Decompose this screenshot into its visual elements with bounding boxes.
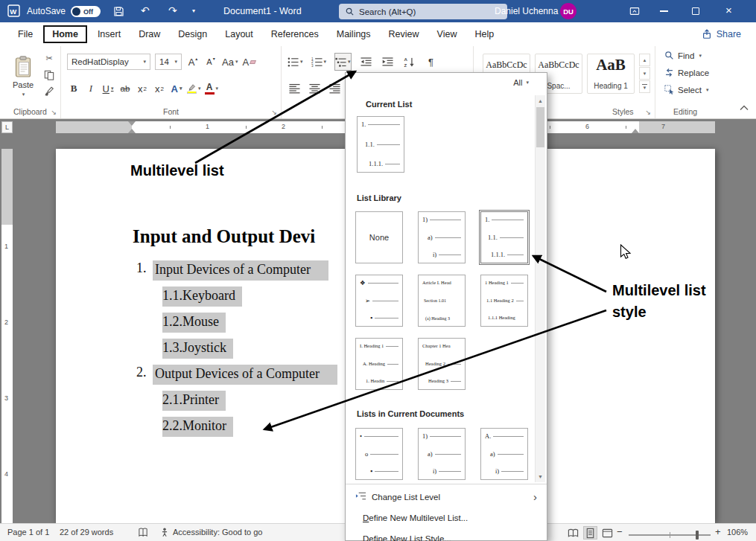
tab-view[interactable]: View xyxy=(428,25,466,43)
list-style-bullet-symbols[interactable]: ❖➢▪ xyxy=(355,275,403,327)
word-logo-icon[interactable]: W xyxy=(7,4,20,17)
strikethrough-button[interactable]: ab xyxy=(118,80,132,97)
avatar[interactable]: DU xyxy=(560,3,576,19)
paste-button[interactable]: Paste ▾ xyxy=(6,52,40,101)
zoom-slider[interactable] xyxy=(629,534,711,536)
format-painter-button[interactable] xyxy=(42,86,57,97)
tab-insert[interactable]: Insert xyxy=(89,25,130,43)
list-style-decimal-nested[interactable]: 1.1.1.1.1.1. xyxy=(480,211,528,263)
tab-home[interactable]: Home xyxy=(43,25,87,43)
copy-button[interactable] xyxy=(42,69,57,80)
accessibility-status[interactable]: Accessibility: Good to go xyxy=(173,528,262,537)
font-size-combo[interactable]: 14▾ xyxy=(155,54,182,70)
hanging-indent-marker[interactable] xyxy=(128,129,136,133)
decrease-font-size-button[interactable]: A▾ xyxy=(204,53,217,71)
zoom-out-button[interactable]: − xyxy=(617,526,623,537)
search-box[interactable]: Search (Alt+Q) xyxy=(339,4,507,19)
scroll-down-button[interactable]: ▼ xyxy=(536,471,545,482)
tab-review[interactable]: Review xyxy=(380,25,428,43)
menu-change-list-level[interactable]: Change List Level› xyxy=(346,487,546,507)
doc-list-item[interactable]: 2.Output Devices of a Computer xyxy=(136,365,337,385)
user-name[interactable]: Daniel Uchenna xyxy=(495,6,558,16)
text-effects-button[interactable]: A▾ xyxy=(170,80,183,97)
current-list-preview[interactable]: 1.1.1.1.1.1. xyxy=(357,116,404,173)
doc-list-item[interactable]: 1.2.Mouse xyxy=(162,313,226,333)
tab-help[interactable]: Help xyxy=(466,25,503,43)
clipboard-dialog-launcher[interactable]: ↘ xyxy=(51,109,57,116)
align-center-button[interactable] xyxy=(308,80,321,97)
redo-button[interactable]: ↷ xyxy=(168,5,177,16)
superscript-button[interactable]: x2 xyxy=(153,80,166,97)
tab-references[interactable]: References xyxy=(262,25,328,43)
align-left-button[interactable] xyxy=(288,80,301,97)
doc-list-style-letter[interactable]: A.a)i) xyxy=(480,428,528,480)
web-layout-button[interactable] xyxy=(600,526,614,540)
find-button[interactable]: Find▾ xyxy=(664,51,702,60)
underline-button[interactable]: U▾ xyxy=(101,80,115,97)
font-family-combo[interactable]: RedHatDisplay▾ xyxy=(67,54,150,70)
doc-list-item[interactable]: 2.2.Monitor xyxy=(162,417,233,437)
accessibility-icon[interactable] xyxy=(159,527,170,537)
tab-layout[interactable]: Layout xyxy=(216,25,262,43)
autosave-toggle[interactable]: Off xyxy=(71,6,101,17)
style-chip-heading-1[interactable]: AaBHeading 1 xyxy=(587,54,635,94)
page-indicator[interactable]: Page 1 of 1 xyxy=(7,528,49,537)
collapse-ribbon-button[interactable] xyxy=(740,100,749,114)
tab-file[interactable]: File xyxy=(9,25,42,43)
list-style-article-section[interactable]: Article I. HeadSection 1.01(a) Heading 3 xyxy=(418,275,466,327)
list-style-roman-headings[interactable]: I. Heading 1A. Heading1. Headin xyxy=(355,338,403,390)
doc-list-item[interactable]: 1.3.Joystick xyxy=(162,339,233,359)
save-button[interactable] xyxy=(113,6,124,17)
maximize-button[interactable] xyxy=(692,7,699,15)
zoom-in-button[interactable]: + xyxy=(715,526,721,537)
italic-button[interactable]: I xyxy=(84,80,98,97)
undo-button[interactable]: ↶ xyxy=(141,5,150,16)
word-count[interactable]: 22 of 29 words xyxy=(60,528,113,537)
numbering-button[interactable]: ▾ xyxy=(311,53,327,71)
sort-button[interactable] xyxy=(403,53,416,71)
proofing-icon[interactable] xyxy=(138,527,149,538)
menu-define-new-list-style[interactable]: Define New List Style... xyxy=(346,528,546,541)
clear-formatting-button[interactable]: A xyxy=(242,53,255,71)
bold-button[interactable]: B xyxy=(67,80,80,97)
bullets-button[interactable]: ▾ xyxy=(288,53,303,71)
list-style-chapter-headings[interactable]: Chapter 1 HeaHeading 2Heading 3 xyxy=(418,338,466,390)
tab-selector[interactable]: L xyxy=(1,121,13,133)
first-line-indent-marker[interactable] xyxy=(128,121,136,126)
font-color-button[interactable]: A▾ xyxy=(205,80,219,97)
print-layout-button[interactable] xyxy=(583,526,597,540)
close-button[interactable]: × xyxy=(725,4,732,16)
styles-more-button[interactable]: ▼ xyxy=(639,80,650,93)
list-style-numbered-headings[interactable]: 1 Heading 11.1 Heading 21.1.1 Heading xyxy=(480,275,528,327)
styles-scroll-up-button[interactable]: ▲ xyxy=(639,54,650,66)
list-style-none[interactable]: None xyxy=(355,211,403,263)
doc-list-item[interactable]: 2.1.Printer xyxy=(162,391,226,411)
tab-design[interactable]: Design xyxy=(169,25,216,43)
doc-list-item[interactable]: 1.1.Keyboard xyxy=(162,286,242,307)
ribbon-display-options-button[interactable] xyxy=(629,6,640,16)
styles-dialog-launcher[interactable]: ↘ xyxy=(645,109,651,116)
select-button[interactable]: Select▾ xyxy=(664,85,708,95)
tab-draw[interactable]: Draw xyxy=(130,25,169,43)
subscript-button[interactable]: x2 xyxy=(136,80,149,97)
doc-list-style-bullets[interactable]: •o▪ xyxy=(355,428,403,480)
right-indent-marker[interactable] xyxy=(632,129,639,133)
doc-list-style-number-paren[interactable]: 1)a)i) xyxy=(418,428,466,480)
change-case-button[interactable]: Aa▾ xyxy=(222,53,238,71)
zoom-thumb[interactable] xyxy=(696,531,699,540)
minimize-button[interactable] xyxy=(660,10,668,12)
show-formatting-marks-button[interactable]: ¶ xyxy=(425,53,438,71)
zoom-percentage[interactable]: 106% xyxy=(727,528,748,537)
tab-mailings[interactable]: Mailings xyxy=(328,25,380,43)
scroll-thumb[interactable] xyxy=(536,107,544,147)
align-right-button[interactable] xyxy=(328,80,341,97)
decrease-indent-button[interactable] xyxy=(360,53,373,71)
multilevel-list-button[interactable]: ▾ xyxy=(334,53,352,71)
styles-scroll-down-button[interactable]: ▼ xyxy=(639,67,650,80)
quick-access-chevron-icon[interactable]: ▾ xyxy=(192,8,195,14)
read-mode-button[interactable] xyxy=(566,526,580,540)
text-highlight-color-button[interactable]: ▾ xyxy=(187,80,201,97)
increase-font-size-button[interactable]: A▴ xyxy=(186,53,200,71)
scroll-up-button[interactable]: ▲ xyxy=(536,95,545,106)
menu-define-new-multilevel-list[interactable]: Define New Multilevel List... xyxy=(346,508,546,528)
